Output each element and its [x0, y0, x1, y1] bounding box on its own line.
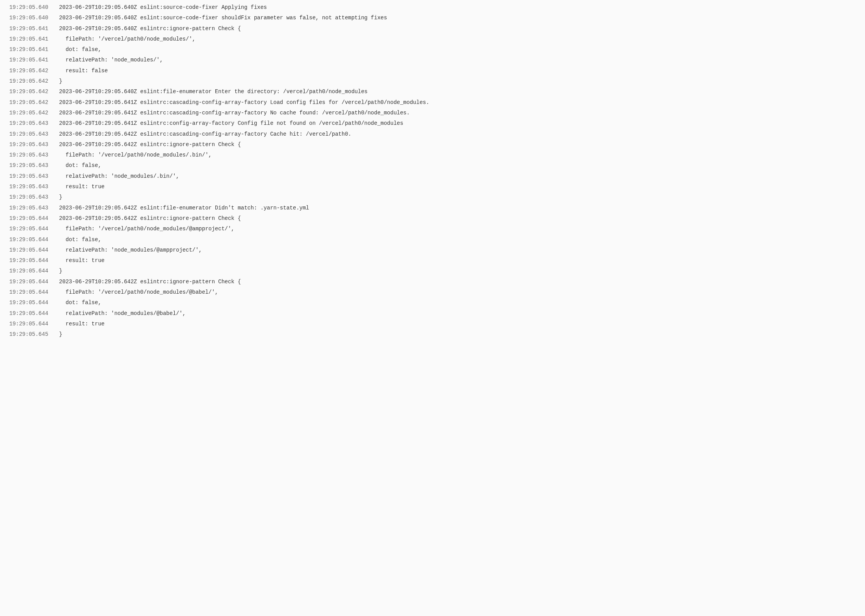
log-line[interactable]: 19:29:05.643} [0, 192, 865, 202]
log-message: filePath: '/vercel/path0/node_modules/@b… [59, 287, 856, 298]
log-message: 2023-06-29T10:29:05.642Z eslintrc:ignore… [59, 277, 856, 287]
log-line[interactable]: 19:29:05.643 result: true [0, 182, 865, 192]
log-line[interactable]: 19:29:05.6442023-06-29T10:29:05.642Z esl… [0, 213, 865, 224]
log-timestamp: 19:29:05.644 [9, 245, 59, 255]
log-message: } [59, 329, 856, 340]
log-message: 2023-06-29T10:29:05.641Z eslintrc:cascad… [59, 97, 856, 108]
log-line[interactable]: 19:29:05.644 result: true [0, 319, 865, 329]
log-line[interactable]: 19:29:05.6412023-06-29T10:29:05.640Z esl… [0, 24, 865, 34]
log-message: relativePath: 'node_modules/.bin/', [59, 171, 856, 182]
log-timestamp: 19:29:05.642 [9, 87, 59, 97]
log-line[interactable]: 19:29:05.6432023-06-29T10:29:05.642Z esl… [0, 129, 865, 140]
log-line[interactable]: 19:29:05.6402023-06-29T10:29:05.640Z esl… [0, 2, 865, 13]
log-timestamp: 19:29:05.643 [9, 182, 59, 192]
log-message: 2023-06-29T10:29:05.641Z eslintrc:config… [59, 118, 856, 129]
log-message: result: true [59, 255, 856, 266]
log-message: relativePath: 'node_modules/', [59, 55, 856, 65]
log-message: 2023-06-29T10:29:05.640Z eslint:file-enu… [59, 87, 856, 97]
log-line[interactable]: 19:29:05.644 result: true [0, 255, 865, 266]
log-timestamp: 19:29:05.642 [9, 108, 59, 118]
log-message: relativePath: 'node_modules/@ampproject/… [59, 245, 856, 255]
log-timestamp: 19:29:05.644 [9, 319, 59, 329]
log-timestamp: 19:29:05.641 [9, 44, 59, 55]
log-line[interactable]: 19:29:05.645} [0, 329, 865, 340]
log-timestamp: 19:29:05.644 [9, 298, 59, 308]
log-line[interactable]: 19:29:05.644 relativePath: 'node_modules… [0, 308, 865, 319]
log-line[interactable]: 19:29:05.643 relativePath: 'node_modules… [0, 171, 865, 182]
log-line[interactable]: 19:29:05.6422023-06-29T10:29:05.641Z esl… [0, 97, 865, 108]
log-message: 2023-06-29T10:29:05.641Z eslintrc:cascad… [59, 108, 856, 118]
log-message: 2023-06-29T10:29:05.640Z eslint:source-c… [59, 13, 856, 23]
log-message: dot: false, [59, 160, 856, 171]
log-line[interactable]: 19:29:05.6432023-06-29T10:29:05.642Z esl… [0, 140, 865, 150]
log-message: 2023-06-29T10:29:05.640Z eslintrc:ignore… [59, 24, 856, 34]
log-output: 19:29:05.6402023-06-29T10:29:05.640Z esl… [0, 2, 865, 340]
log-timestamp: 19:29:05.643 [9, 160, 59, 171]
log-timestamp: 19:29:05.643 [9, 140, 59, 150]
log-line[interactable]: 19:29:05.642 result: false [0, 66, 865, 76]
log-line[interactable]: 19:29:05.641 relativePath: 'node_modules… [0, 55, 865, 65]
log-timestamp: 19:29:05.643 [9, 129, 59, 140]
log-timestamp: 19:29:05.644 [9, 213, 59, 224]
log-message: dot: false, [59, 235, 856, 245]
log-message: } [59, 76, 856, 87]
log-timestamp: 19:29:05.643 [9, 118, 59, 129]
log-line[interactable]: 19:29:05.644 relativePath: 'node_modules… [0, 245, 865, 255]
log-message: dot: false, [59, 44, 856, 55]
log-timestamp: 19:29:05.643 [9, 192, 59, 202]
log-line[interactable]: 19:29:05.644 dot: false, [0, 298, 865, 308]
log-timestamp: 19:29:05.644 [9, 266, 59, 276]
log-message: } [59, 192, 856, 202]
log-line[interactable]: 19:29:05.6422023-06-29T10:29:05.640Z esl… [0, 87, 865, 97]
log-line[interactable]: 19:29:05.644 dot: false, [0, 235, 865, 245]
log-message: filePath: '/vercel/path0/node_modules/', [59, 34, 856, 44]
log-timestamp: 19:29:05.641 [9, 24, 59, 34]
log-message: 2023-06-29T10:29:05.642Z eslint:file-enu… [59, 203, 856, 213]
log-message: filePath: '/vercel/path0/node_modules/.b… [59, 150, 856, 160]
log-message: 2023-06-29T10:29:05.642Z eslintrc:ignore… [59, 140, 856, 150]
log-message: } [59, 266, 856, 276]
log-timestamp: 19:29:05.644 [9, 287, 59, 298]
log-line[interactable]: 19:29:05.6432023-06-29T10:29:05.641Z esl… [0, 118, 865, 129]
log-message: result: true [59, 319, 856, 329]
log-message: result: true [59, 182, 856, 192]
log-line[interactable]: 19:29:05.644} [0, 266, 865, 276]
log-line[interactable]: 19:29:05.6402023-06-29T10:29:05.640Z esl… [0, 13, 865, 23]
log-line[interactable]: 19:29:05.641 dot: false, [0, 44, 865, 55]
log-message: relativePath: 'node_modules/@babel/', [59, 308, 856, 319]
log-line[interactable]: 19:29:05.641 filePath: '/vercel/path0/no… [0, 34, 865, 44]
log-line[interactable]: 19:29:05.644 filePath: '/vercel/path0/no… [0, 287, 865, 298]
log-line[interactable]: 19:29:05.6442023-06-29T10:29:05.642Z esl… [0, 277, 865, 287]
log-timestamp: 19:29:05.644 [9, 277, 59, 287]
log-message: filePath: '/vercel/path0/node_modules/@a… [59, 224, 856, 234]
log-timestamp: 19:29:05.642 [9, 76, 59, 87]
log-timestamp: 19:29:05.644 [9, 255, 59, 266]
log-timestamp: 19:29:05.645 [9, 329, 59, 340]
log-timestamp: 19:29:05.644 [9, 308, 59, 319]
log-timestamp: 19:29:05.644 [9, 235, 59, 245]
log-timestamp: 19:29:05.641 [9, 55, 59, 65]
log-timestamp: 19:29:05.640 [9, 2, 59, 13]
log-line[interactable]: 19:29:05.643 dot: false, [0, 160, 865, 171]
log-message: 2023-06-29T10:29:05.642Z eslintrc:cascad… [59, 129, 856, 140]
log-timestamp: 19:29:05.642 [9, 66, 59, 76]
log-timestamp: 19:29:05.643 [9, 150, 59, 160]
log-timestamp: 19:29:05.643 [9, 203, 59, 213]
log-timestamp: 19:29:05.642 [9, 97, 59, 108]
log-timestamp: 19:29:05.644 [9, 224, 59, 234]
log-timestamp: 19:29:05.641 [9, 34, 59, 44]
log-timestamp: 19:29:05.643 [9, 171, 59, 182]
log-line[interactable]: 19:29:05.6432023-06-29T10:29:05.642Z esl… [0, 203, 865, 213]
log-message: 2023-06-29T10:29:05.640Z eslint:source-c… [59, 2, 856, 13]
log-line[interactable]: 19:29:05.642} [0, 76, 865, 87]
log-message: dot: false, [59, 298, 856, 308]
log-message: 2023-06-29T10:29:05.642Z eslintrc:ignore… [59, 213, 856, 224]
log-line[interactable]: 19:29:05.643 filePath: '/vercel/path0/no… [0, 150, 865, 160]
log-line[interactable]: 19:29:05.6422023-06-29T10:29:05.641Z esl… [0, 108, 865, 118]
log-line[interactable]: 19:29:05.644 filePath: '/vercel/path0/no… [0, 224, 865, 234]
log-timestamp: 19:29:05.640 [9, 13, 59, 23]
log-message: result: false [59, 66, 856, 76]
